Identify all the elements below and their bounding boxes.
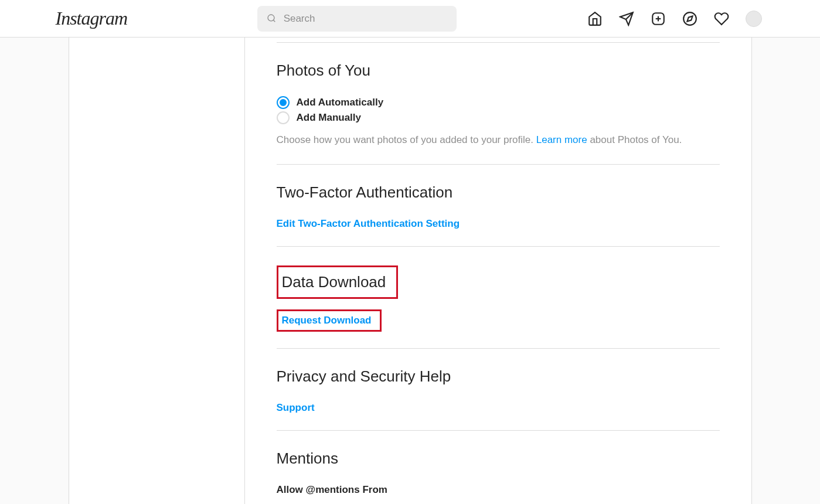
new-post-icon[interactable] [651,11,666,26]
radio-add-manually[interactable]: Add Manually [277,111,720,124]
privacy-help-section: Privacy and Security Help Support [277,348,720,430]
activity-icon[interactable] [714,11,729,26]
svg-point-7 [683,12,696,25]
radio-label-auto: Add Automatically [297,97,384,108]
mentions-section: Mentions Allow @mentions From [277,430,720,505]
data-download-section: Data Download Request Download [277,246,720,348]
content-area: Photos of You Add Automatically Add Manu… [245,38,751,504]
search-container[interactable] [257,6,457,32]
support-link[interactable]: Support [277,402,315,413]
two-factor-title: Two-Factor Authentication [277,183,720,202]
mentions-title: Mentions [277,449,720,468]
radio-input-auto[interactable] [277,96,290,109]
main-container: Photos of You Add Automatically Add Manu… [0,38,820,504]
search-icon [267,13,276,24]
two-factor-section: Two-Factor Authentication Edit Two-Facto… [277,164,720,246]
request-download-link[interactable]: Request Download [282,315,372,326]
svg-marker-8 [687,16,692,21]
instagram-logo[interactable]: Instagram [56,8,128,29]
photos-help-text: Choose how you want photos of you added … [277,132,720,148]
home-icon[interactable] [587,11,603,26]
radio-add-automatically[interactable]: Add Automatically [277,96,720,109]
edit-two-factor-link[interactable]: Edit Two-Factor Authentication Setting [277,218,460,229]
radio-input-manual[interactable] [277,111,290,124]
app-header: Instagram [0,0,820,38]
svg-line-1 [274,20,275,22]
privacy-help-title: Privacy and Security Help [277,367,720,386]
search-input[interactable] [284,13,448,25]
messages-icon[interactable] [619,11,634,26]
sidebar [69,38,245,504]
photos-radio-group: Add Automatically Add Manually [277,96,720,124]
data-download-highlight: Data Download [277,265,399,299]
mentions-subtitle: Allow @mentions From [277,484,720,496]
request-download-highlight: Request Download [277,309,382,332]
settings-panel: Photos of You Add Automatically Add Manu… [69,38,752,504]
learn-more-link[interactable]: Learn more [536,134,587,145]
nav-icons [587,11,762,27]
data-download-title: Data Download [282,273,386,291]
radio-label-manual: Add Manually [297,112,362,124]
photos-of-you-title: Photos of You [277,62,720,80]
photos-of-you-section: Photos of You Add Automatically Add Manu… [277,42,720,164]
profile-avatar[interactable] [746,11,762,27]
explore-icon[interactable] [682,11,697,26]
svg-point-0 [268,15,274,21]
